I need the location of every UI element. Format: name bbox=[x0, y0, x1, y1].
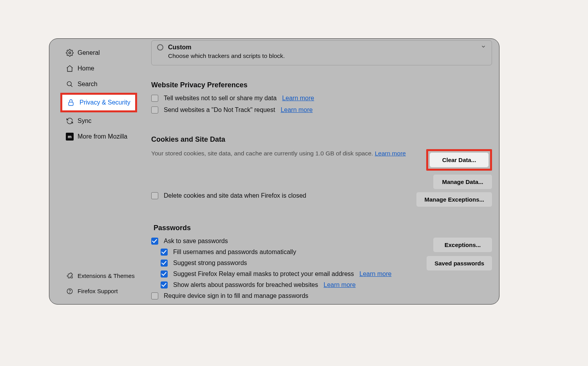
cookies-desc-text: Your stored cookies, site data, and cach… bbox=[151, 150, 375, 157]
sidebar-item-sync[interactable]: Sync bbox=[49, 113, 147, 129]
svg-rect-3 bbox=[69, 102, 73, 105]
option-label: Fill usernames and passwords automatical… bbox=[173, 249, 296, 256]
sidebar-item-support[interactable]: Firefox Support bbox=[49, 283, 147, 299]
sidebar: General Home Search Privacy & Security bbox=[49, 39, 147, 304]
home-icon bbox=[66, 65, 74, 72]
passwords-block: Ask to save passwords Fill usernames and… bbox=[151, 238, 492, 303]
manage-data-button[interactable]: Manage Data... bbox=[433, 175, 492, 189]
sidebar-item-search[interactable]: Search bbox=[49, 76, 147, 92]
search-icon bbox=[66, 80, 74, 88]
opt-do-not-track: Send websites a "Do Not Track" request L… bbox=[151, 106, 492, 114]
cookies-heading: Cookies and Site Data bbox=[151, 135, 492, 144]
settings-window: General Home Search Privacy & Security bbox=[49, 38, 499, 305]
opt-relay: Suggest Firefox Relay email masks to pro… bbox=[161, 270, 419, 278]
sidebar-item-extensions[interactable]: Extensions & Themes bbox=[49, 268, 147, 283]
help-icon bbox=[66, 287, 74, 295]
sidebar-item-general[interactable]: General bbox=[49, 45, 147, 61]
sidebar-nav: General Home Search Privacy & Security bbox=[49, 45, 147, 268]
sidebar-item-home[interactable]: Home bbox=[49, 61, 147, 76]
manage-exceptions-button[interactable]: Manage Exceptions... bbox=[416, 192, 492, 207]
option-label: Tell websites not to sell or share my da… bbox=[164, 95, 277, 102]
saved-passwords-button[interactable]: Saved passwords bbox=[427, 256, 492, 270]
checkbox-breach-alerts[interactable] bbox=[161, 281, 168, 288]
puzzle-icon bbox=[66, 272, 74, 280]
svg-point-0 bbox=[69, 52, 71, 54]
gear-icon bbox=[66, 49, 74, 57]
custom-title: Custom bbox=[168, 44, 192, 51]
opt-no-sell-share: Tell websites not to sell or share my da… bbox=[151, 95, 492, 102]
svg-point-1 bbox=[67, 81, 71, 86]
learn-more-link[interactable]: Learn more bbox=[280, 106, 313, 114]
lock-icon bbox=[67, 99, 75, 106]
passwords-exceptions-button[interactable]: Exceptions... bbox=[433, 238, 492, 252]
radio-icon[interactable] bbox=[157, 44, 163, 50]
checkbox-device-signin[interactable] bbox=[151, 292, 158, 299]
checkbox-suggest-strong[interactable] bbox=[161, 260, 168, 267]
opt-device-signin: Require device sign in to fill and manag… bbox=[151, 292, 419, 299]
opt-delete-on-close: Delete cookies and site data when Firefo… bbox=[151, 192, 409, 199]
highlight-clear-data: Clear Data... bbox=[426, 149, 492, 171]
checkbox-fill-auto[interactable] bbox=[161, 249, 168, 256]
sidebar-item-label: Privacy & Security bbox=[68, 99, 130, 106]
option-label: Show alerts about passwords for breached… bbox=[173, 281, 318, 288]
option-label: Suggest strong passwords bbox=[173, 260, 247, 267]
protection-custom-option[interactable]: Custom Choose which trackers and scripts… bbox=[151, 40, 492, 65]
sidebar-item-more-mozilla[interactable]: m More from Mozilla bbox=[49, 129, 147, 144]
option-label: Send websites a "Do Not Track" request bbox=[164, 106, 275, 114]
main-content: Custom Choose which trackers and scripts… bbox=[147, 39, 499, 304]
opt-breach-alerts: Show alerts about passwords for breached… bbox=[161, 281, 419, 288]
opt-suggest-strong: Suggest strong passwords bbox=[161, 260, 419, 267]
cookies-block: Your stored cookies, site data, and cach… bbox=[151, 149, 492, 189]
sidebar-item-privacy-security[interactable]: Privacy & Security bbox=[60, 93, 137, 112]
learn-more-link[interactable]: Learn more bbox=[375, 150, 406, 157]
option-label: Require device sign in to fill and manag… bbox=[164, 292, 308, 299]
learn-more-link[interactable]: Learn more bbox=[360, 270, 392, 278]
sidebar-footer: Extensions & Themes Firefox Support bbox=[49, 268, 147, 304]
sidebar-item-label: More from Mozilla bbox=[66, 133, 127, 140]
checkbox-relay[interactable] bbox=[161, 270, 168, 278]
svg-line-2 bbox=[71, 85, 72, 87]
checkbox-ask-save-passwords[interactable] bbox=[151, 238, 158, 245]
checkbox-delete-on-close[interactable] bbox=[151, 192, 158, 199]
option-label: Ask to save passwords bbox=[164, 238, 228, 245]
website-privacy-heading: Website Privacy Preferences bbox=[151, 81, 492, 89]
cookies-description: Your stored cookies, site data, and cach… bbox=[151, 149, 418, 158]
clear-data-button[interactable]: Clear Data... bbox=[430, 153, 488, 167]
chevron-down-icon[interactable] bbox=[481, 44, 486, 50]
opt-ask-save-passwords: Ask to save passwords bbox=[151, 238, 419, 245]
cookies-buttons: Clear Data... Manage Data... bbox=[426, 149, 492, 189]
learn-more-link[interactable]: Learn more bbox=[282, 95, 314, 102]
svg-point-5 bbox=[70, 292, 70, 293]
sidebar-item-label: Extensions & Themes bbox=[66, 272, 135, 279]
passwords-heading: Passwords bbox=[154, 224, 492, 232]
sync-icon bbox=[66, 117, 74, 125]
option-label: Suggest Firefox Relay email masks to pro… bbox=[173, 270, 354, 278]
opt-fill-auto: Fill usernames and passwords automatical… bbox=[161, 249, 419, 256]
mozilla-icon: m bbox=[66, 133, 74, 141]
checkbox-do-not-track[interactable] bbox=[151, 106, 158, 114]
learn-more-link[interactable]: Learn more bbox=[324, 281, 356, 288]
custom-subtitle: Choose which trackers and scripts to blo… bbox=[168, 52, 486, 59]
checkbox-no-sell-share[interactable] bbox=[151, 95, 158, 102]
option-label: Delete cookies and site data when Firefo… bbox=[164, 192, 306, 199]
